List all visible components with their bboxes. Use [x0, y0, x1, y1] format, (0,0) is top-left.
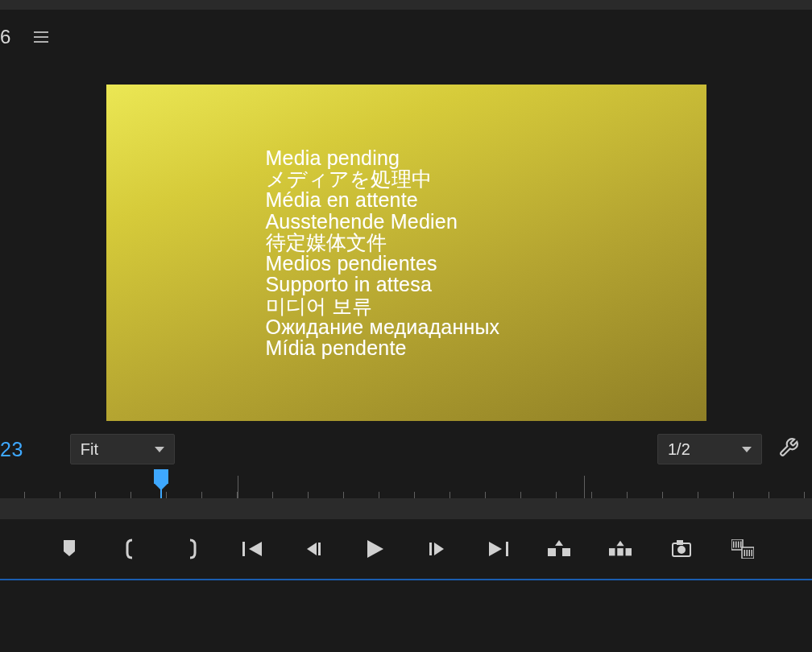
preview-area: Media pendingメディアを処理中Média en attenteAus…: [0, 64, 812, 421]
timeline-track[interactable]: [0, 498, 812, 519]
step-forward-button[interactable]: [425, 538, 448, 560]
svg-rect-0: [242, 542, 245, 556]
svg-rect-6: [609, 548, 615, 555]
svg-rect-3: [506, 542, 508, 556]
svg-rect-19: [747, 550, 748, 556]
timecode-display[interactable]: 23: [0, 438, 23, 461]
settings-icon[interactable]: [778, 437, 799, 461]
svg-rect-7: [617, 548, 623, 555]
go-to-out-button[interactable]: [487, 538, 509, 560]
play-button[interactable]: [364, 538, 387, 560]
svg-rect-21: [752, 550, 753, 556]
header-row: 6: [0, 10, 812, 64]
playhead[interactable]: [154, 469, 168, 484]
chevron-down-icon: [742, 447, 752, 452]
preview-frame[interactable]: Media pendingメディアを処理中Média en attenteAus…: [106, 85, 706, 421]
svg-rect-8: [626, 548, 632, 555]
resolution-value: 1/2: [668, 440, 690, 459]
zoom-value: Fit: [81, 440, 98, 459]
bottom-panel: [0, 580, 812, 645]
overwrite-button[interactable]: [609, 538, 632, 560]
export-frame-button[interactable]: [670, 538, 693, 560]
go-to-in-button[interactable]: [242, 538, 264, 560]
svg-rect-11: [677, 541, 682, 544]
zoom-dropdown[interactable]: Fit: [70, 434, 175, 464]
step-back-button[interactable]: [303, 538, 325, 560]
svg-point-10: [678, 547, 685, 553]
svg-rect-14: [735, 542, 737, 548]
svg-rect-20: [749, 550, 751, 556]
resolution-dropdown[interactable]: 1/2: [657, 434, 762, 464]
svg-rect-13: [733, 542, 735, 548]
top-strip: [0, 0, 812, 10]
transport-bar: [0, 519, 812, 579]
comparison-view-button[interactable]: [731, 538, 754, 560]
add-marker-button[interactable]: [58, 538, 81, 560]
media-pending-text: Media pendingメディアを処理中Média en attenteAus…: [266, 147, 500, 359]
chevron-down-icon: [155, 447, 164, 452]
menu-icon[interactable]: [34, 31, 48, 43]
header-number: 6: [0, 26, 11, 48]
svg-rect-5: [562, 548, 570, 556]
svg-rect-4: [548, 548, 556, 556]
svg-rect-2: [429, 543, 432, 555]
svg-rect-15: [738, 542, 740, 548]
insert-button[interactable]: [548, 538, 570, 560]
svg-rect-18: [744, 550, 746, 556]
svg-rect-1: [318, 543, 321, 555]
preview-controls: 23 Fit 1/2: [0, 427, 812, 464]
mark-out-button[interactable]: [180, 538, 203, 560]
timeline-ruler[interactable]: [0, 469, 812, 498]
mark-in-button[interactable]: [119, 538, 142, 560]
